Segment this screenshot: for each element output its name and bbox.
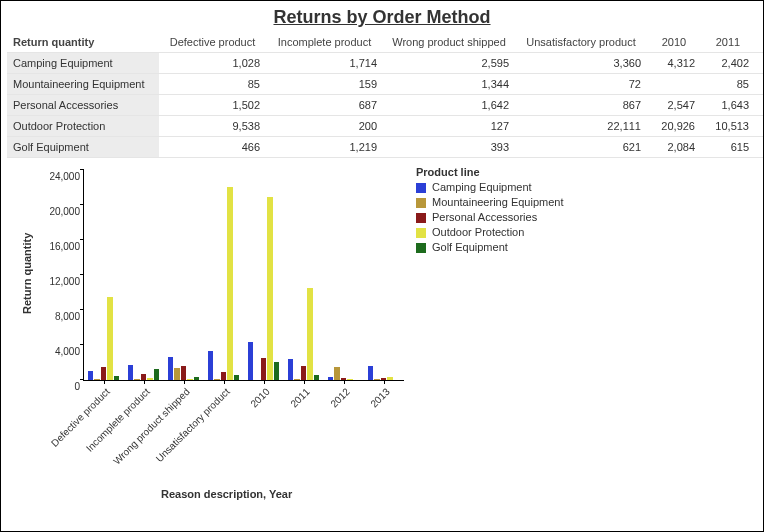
cell: 867	[515, 95, 647, 116]
cell: 1,219	[266, 137, 383, 158]
y-tick: 16,000	[49, 241, 80, 252]
cell: 1,028	[159, 53, 266, 74]
y-tick: 20,000	[49, 206, 80, 217]
plot-area: 04,0008,00012,00016,00020,00024,000Defec…	[83, 170, 404, 381]
col-header: Incomplete product	[266, 32, 383, 53]
legend-label: Golf Equipment	[432, 240, 508, 255]
table-row: Outdoor Protection9,53820012722,11120,92…	[7, 116, 764, 137]
row-header: Camping Equipment	[7, 53, 159, 74]
cell: 1,502	[159, 95, 266, 116]
legend-swatch	[416, 228, 426, 238]
table-header-row: Return quantity Defective product Incomp…	[7, 32, 764, 53]
legend: Product line Camping EquipmentMountainee…	[416, 166, 563, 255]
cell: 466	[159, 137, 266, 158]
legend-label: Mountaineering Equipment	[432, 195, 563, 210]
bar	[134, 379, 139, 380]
bar	[128, 365, 133, 380]
cell: 2,547	[647, 95, 701, 116]
legend-swatch	[416, 183, 426, 193]
cell: 393	[383, 137, 515, 158]
bar	[368, 366, 373, 380]
cell: 621	[515, 137, 647, 158]
bar	[248, 342, 253, 380]
bar	[208, 351, 213, 380]
cell: 1,642	[383, 95, 515, 116]
cell: 9,538	[159, 116, 266, 137]
legend-item: Personal Accessories	[416, 210, 563, 225]
bar	[374, 379, 379, 380]
bar	[214, 379, 219, 380]
y-tick: 24,000	[49, 171, 80, 182]
legend-swatch	[416, 198, 426, 208]
cell: 20,926	[647, 116, 701, 137]
bar	[88, 371, 93, 380]
bar	[174, 368, 179, 380]
cell: 615	[701, 137, 755, 158]
y-tick: 4,000	[55, 346, 80, 357]
table-row: Personal Accessories1,5026871,6428672,54…	[7, 95, 764, 116]
bar	[288, 359, 293, 380]
y-axis-label: Return quantity	[21, 233, 33, 314]
cell: 1,714	[266, 53, 383, 74]
bar	[261, 358, 266, 380]
row-header: Outdoor Protection	[7, 116, 159, 137]
cell: 22,111	[515, 116, 647, 137]
x-tick: 2010	[248, 386, 272, 410]
bar	[347, 379, 352, 380]
bar	[307, 288, 312, 380]
bar	[301, 366, 306, 380]
bar	[168, 357, 173, 380]
legend-item: Golf Equipment	[416, 240, 563, 255]
bar	[101, 367, 106, 380]
y-tick: 0	[74, 381, 80, 392]
bar	[94, 379, 99, 380]
cell: 200	[266, 116, 383, 137]
col-header: Defective product	[159, 32, 266, 53]
bar	[387, 377, 392, 380]
col-header: Wrong product shipped	[383, 32, 515, 53]
legend-item: Outdoor Protection	[416, 225, 563, 240]
cell: 72	[515, 74, 647, 95]
cell: 387	[755, 53, 764, 74]
bar	[267, 197, 272, 380]
legend-swatch	[416, 243, 426, 253]
x-tick: Unsatisfactory product	[154, 386, 232, 464]
bar	[187, 379, 192, 380]
legend-title: Product line	[416, 166, 563, 178]
col-header: 2010	[647, 32, 701, 53]
legend-item: Camping Equipment	[416, 180, 563, 195]
bar	[227, 187, 232, 380]
cell: 159	[266, 74, 383, 95]
row-header: Personal Accessories	[7, 95, 159, 116]
bar	[221, 372, 226, 380]
x-tick: Wrong product shipped	[111, 386, 192, 467]
legend-item: Mountaineering Equipment	[416, 195, 563, 210]
cell: 10,513	[701, 116, 755, 137]
cell: 2,084	[647, 137, 701, 158]
y-tick: 12,000	[49, 276, 80, 287]
bar	[194, 377, 199, 380]
cell: 2,402	[701, 53, 755, 74]
cell: 4,312	[647, 53, 701, 74]
row-header: Mountaineering Equipment	[7, 74, 159, 95]
table-row: Camping Equipment1,0281,7142,5953,3604,3…	[7, 53, 764, 74]
table-row: Mountaineering Equipment851591,34472851,…	[7, 74, 764, 95]
cell: 1,643	[701, 95, 755, 116]
y-tick: 8,000	[55, 311, 80, 322]
bar	[294, 379, 299, 380]
row-header: Golf Equipment	[7, 137, 159, 158]
x-axis-label: Reason description, Year	[161, 488, 292, 500]
cell: 2,595	[383, 53, 515, 74]
x-tick: 2011	[288, 386, 312, 410]
bar	[314, 375, 319, 380]
legend-label: Outdoor Protection	[432, 225, 524, 240]
cell: 161	[755, 116, 764, 137]
bar	[334, 367, 339, 380]
page-title: Returns by Order Method	[1, 7, 763, 28]
bar	[234, 375, 239, 380]
cell: 3,360	[515, 53, 647, 74]
bar	[328, 377, 333, 380]
legend-label: Camping Equipment	[432, 180, 532, 195]
cell	[755, 137, 764, 158]
bar	[147, 378, 152, 380]
